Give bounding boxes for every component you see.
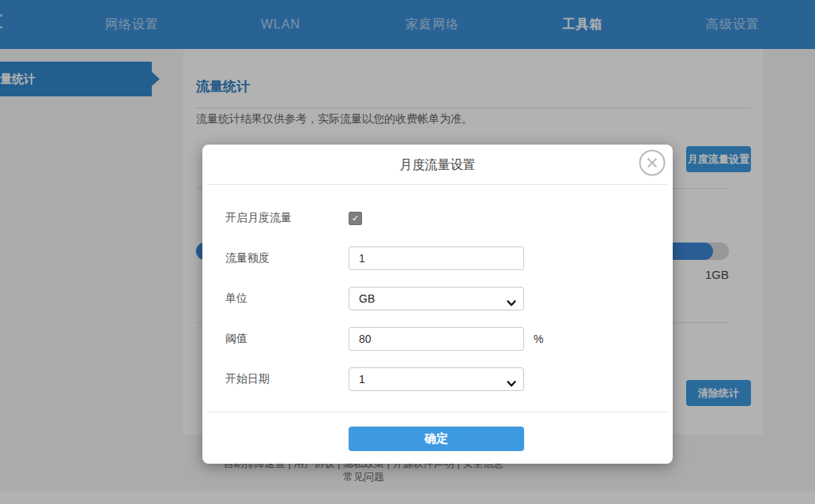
field-label: 流量额度 (225, 251, 349, 265)
unit-select[interactable]: GB (349, 287, 524, 310)
form-row-threshold: 阈值 % (225, 327, 656, 351)
form-row-start-date: 开始日期 1 (225, 367, 656, 391)
modal-title: 月度流量设置 (202, 157, 673, 174)
form-row-enable: 开启月度流量 ✓ (225, 206, 656, 230)
divider (207, 412, 668, 412)
enable-monthly-checkbox[interactable]: ✓ (349, 212, 362, 225)
quota-input[interactable] (349, 246, 524, 270)
field-label: 单位 (225, 291, 349, 306)
form-row-quota: 流量额度 (225, 246, 656, 270)
field-label: 开始日期 (225, 372, 349, 386)
router-admin-screen: 网络设置 WLAN 家庭网络 工具箱 高级设置 流量统计 流量统计 流量统计结果… (0, 0, 815, 504)
form-row-unit: 单位 GB (225, 287, 656, 310)
divider (207, 184, 668, 185)
percent-suffix: % (534, 333, 543, 345)
monthly-traffic-modal: 月度流量设置 开启月度流量 ✓ 流量额度 单位 GB (202, 145, 673, 464)
start-date-select[interactable]: 1 (349, 367, 524, 391)
field-label: 开启月度流量 (225, 211, 349, 225)
confirm-button[interactable]: 确定 (349, 427, 524, 451)
check-icon: ✓ (352, 214, 359, 223)
field-label: 阈值 (225, 332, 349, 346)
threshold-input[interactable] (349, 327, 524, 351)
close-icon[interactable] (639, 149, 666, 176)
